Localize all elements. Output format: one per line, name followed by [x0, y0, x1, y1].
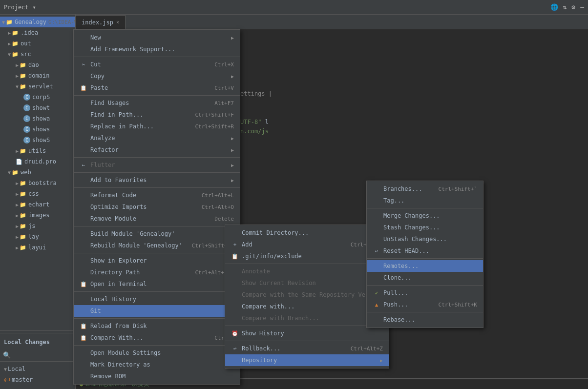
- menu-item-compare-branch[interactable]: Compare with Branch...: [225, 312, 389, 324]
- menu-item-rollback[interactable]: ↩Rollback... Ctrl+Alt+Z: [225, 343, 389, 354]
- menu-item-reset-head[interactable]: ↩Reset HEAD...: [367, 245, 483, 257]
- folder-icon: 📁: [12, 51, 19, 58]
- menu-item-module-settings[interactable]: Open Module Settings F4: [74, 347, 240, 359]
- menu-item-show-history[interactable]: ⏰Show History: [225, 328, 389, 339]
- dropdown-arrow[interactable]: ▾: [33, 4, 36, 11]
- menu-item-flutter[interactable]: ←Flutter ▶: [74, 159, 240, 171]
- menu-item-branches[interactable]: Branches... Ctrl+Shift+`: [367, 183, 483, 195]
- menu-item-refactor[interactable]: Refactor ▶: [74, 144, 240, 156]
- menu-item-commit-dir[interactable]: Commit Directory...: [225, 227, 389, 239]
- folder-icon: 📁: [20, 191, 26, 197]
- item-label: js: [28, 223, 35, 229]
- menu-item-build-module[interactable]: Build Module 'Genealogy': [74, 228, 240, 240]
- sidebar-item-corps[interactable]: C corpS: [0, 92, 75, 102]
- menu-item-replace-in-path[interactable]: Replace in Path... Ctrl+Shift+R: [74, 121, 240, 132]
- menu-item-new[interactable]: New ▶: [74, 32, 240, 43]
- menu-item-open-terminal[interactable]: 📋Open in Terminal: [74, 278, 240, 290]
- menu-item-compare-with[interactable]: 📋Compare With... Ctrl+D: [74, 332, 240, 344]
- sidebar-item-domain[interactable]: ▶ 📁 domain: [0, 70, 75, 81]
- menu-item-show-current-revision[interactable]: Show Current Revision: [225, 277, 389, 289]
- project-label[interactable]: Project: [4, 4, 29, 11]
- menu-separator: [74, 291, 240, 292]
- menu-item-git-info-exclude[interactable]: 📋.git/info/exclude: [225, 250, 389, 262]
- context-menu-main[interactable]: New ▶ Add Framework Support... ✂Cut Ctrl…: [73, 29, 240, 385]
- sidebar-item-servlet[interactable]: ▼ 📁 servlet: [0, 81, 75, 92]
- menu-item-mark-directory[interactable]: Mark Directory as ▶: [74, 359, 240, 370]
- globe-icon[interactable]: 🌐: [550, 3, 558, 11]
- menu-item-find-usages[interactable]: Find Usages Alt+F7: [74, 97, 240, 109]
- menu-item-show-explorer[interactable]: Show in Explorer: [74, 255, 240, 266]
- sidebar-item-druid[interactable]: 📄 druid.pro: [0, 156, 75, 167]
- gear-icon[interactable]: ⚙: [571, 3, 575, 11]
- sidebar-item-showa[interactable]: C showa: [0, 113, 75, 124]
- menu-item-local-history[interactable]: Local History ▶: [74, 293, 240, 305]
- menu-item-annotate[interactable]: Annotate: [225, 266, 389, 277]
- menu-item-repository[interactable]: Repository ▶: [225, 354, 389, 366]
- menu-item-add-favorites[interactable]: Add to Favorites ▶: [74, 174, 240, 186]
- folder-icon: 📁: [20, 234, 26, 240]
- arrow-icon: ▼: [16, 84, 19, 89]
- sidebar: ▼ 📁 Genealogy G:\IDEA-WorkSpace\Genealog…: [0, 15, 76, 389]
- sidebar-item-show4[interactable]: C shows: [0, 124, 75, 135]
- menu-item-analyze[interactable]: Analyze ▶: [74, 132, 240, 144]
- sidebar-item-web[interactable]: ▼ 📁 web: [0, 167, 75, 178]
- menu-item-merge-changes[interactable]: Merge Changes...: [367, 210, 483, 222]
- menu-item-stash[interactable]: Stash Changes...: [367, 222, 483, 233]
- sidebar-item-utils[interactable]: ▶ 📁 utils: [0, 145, 75, 156]
- menu-item-optimize-imports[interactable]: Optimize Imports Ctrl+Alt+O: [74, 201, 240, 213]
- item-label: web: [21, 169, 31, 176]
- local-item[interactable]: ▼ Local: [0, 364, 75, 374]
- menu-item-paste[interactable]: 📋Paste Ctrl+V: [74, 82, 240, 94]
- shortcut: Ctrl+X: [214, 61, 234, 68]
- sidebar-item-echart[interactable]: ▶ 📁 echart: [0, 199, 75, 210]
- sidebar-item-bootstrap[interactable]: ▶ 📁 bootstra: [0, 178, 75, 188]
- sidebar-item-css[interactable]: ▶ 📁 css: [0, 188, 75, 199]
- folder-icon: 📁: [6, 19, 13, 25]
- sidebar-item-showt[interactable]: C showt: [0, 102, 75, 113]
- sidebar-item-src[interactable]: ▼ 📁 src: [0, 49, 75, 60]
- menu-item-remotes[interactable]: Remotes...: [367, 260, 483, 272]
- menu-item-directory-path[interactable]: Directory Path Ctrl+Alt+F12: [74, 266, 240, 278]
- item-label: shows: [32, 126, 50, 133]
- menu-item-tag[interactable]: Tag...: [367, 195, 483, 206]
- sidebar-item-lay[interactable]: ▶ 📁 lay: [0, 231, 75, 242]
- menu-item-compare-with2[interactable]: Compare with...: [225, 301, 389, 312]
- menu-separator: [367, 258, 483, 259]
- menu-item-push[interactable]: ▲Push... Ctrl+Shift+K: [367, 299, 483, 310]
- editor-tab[interactable]: index.jsp ×: [76, 15, 126, 29]
- menu-item-clone[interactable]: Clone...: [367, 272, 483, 284]
- submenu-arrow: ▶: [231, 35, 234, 41]
- project-root[interactable]: ▼ 📁 Genealogy G:\IDEA-WorkSpace\Genealog…: [0, 17, 75, 27]
- sidebar-item-js[interactable]: ▶ 📁 js: [0, 221, 75, 231]
- menu-item-reload[interactable]: 📋Reload from Disk: [74, 320, 240, 332]
- search-input[interactable]: [13, 352, 72, 359]
- menu-item-add[interactable]: +Add Ctrl+Alt+A: [225, 239, 389, 250]
- sidebar-item-idea[interactable]: ▶ 📁 .idea: [0, 27, 75, 38]
- shortcut: Ctrl+Shift+`: [439, 186, 477, 192]
- arrow-icon: ▶: [16, 234, 19, 240]
- menu-item-cut[interactable]: ✂Cut Ctrl+X: [74, 59, 240, 70]
- menu-item-git[interactable]: Git ▶: [74, 305, 240, 317]
- menu-item-reformat[interactable]: Reformat Code Ctrl+Alt+L: [74, 189, 240, 201]
- menu-item-add-framework[interactable]: Add Framework Support...: [74, 43, 240, 55]
- sidebar-item-dao[interactable]: ▶ 📁 dao: [0, 60, 75, 70]
- menu-item-unstash[interactable]: UnStash Changes...: [367, 233, 483, 245]
- context-menu-repository[interactable]: Branches... Ctrl+Shift+` Tag... Merge Ch…: [366, 181, 483, 328]
- sidebar-item-layui[interactable]: ▶ 📁 layui: [0, 242, 75, 253]
- menu-item-rebase[interactable]: Rebase...: [367, 314, 483, 326]
- context-menu-git[interactable]: Commit Directory... +Add Ctrl+Alt+A 📋.gi…: [225, 225, 389, 369]
- sidebar-item-shows[interactable]: C showS: [0, 135, 75, 145]
- minimize-icon[interactable]: —: [580, 3, 584, 11]
- menu-item-compare-same-repo[interactable]: Compare with the Same Repository Version: [225, 289, 389, 301]
- menu-item-pull[interactable]: ✓Pull...: [367, 287, 483, 299]
- menu-item-remove-bom[interactable]: Remove BOM: [74, 370, 240, 382]
- sidebar-item-images[interactable]: ▶ 📁 images: [0, 210, 75, 221]
- split-icon[interactable]: ⇅: [563, 3, 567, 11]
- sidebar-item-out[interactable]: ▶ 📁 out: [0, 38, 75, 49]
- master-item[interactable]: 🏷 master: [0, 374, 75, 385]
- menu-item-rebuild-module[interactable]: Rebuild Module 'Genealogy' Ctrl+Shift+F9: [74, 240, 240, 251]
- menu-item-find-in-path[interactable]: Find in Path... Ctrl+Shift+F: [74, 109, 240, 121]
- tab-close-icon[interactable]: ×: [116, 20, 119, 25]
- menu-item-copy[interactable]: Copy ▶: [74, 70, 240, 82]
- menu-item-remove-module[interactable]: Remove Module Delete: [74, 213, 240, 225]
